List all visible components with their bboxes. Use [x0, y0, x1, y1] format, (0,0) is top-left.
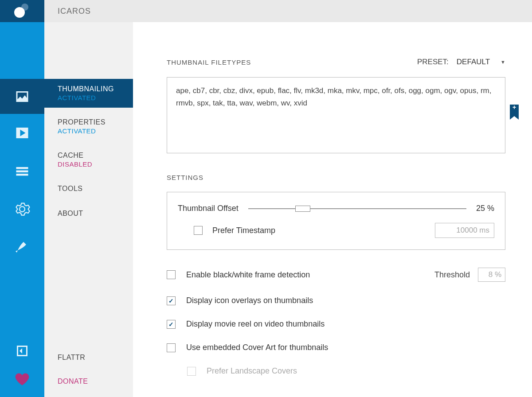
- timestamp-input[interactable]: 10000 ms: [435, 223, 494, 238]
- bookmark-add-icon[interactable]: +: [510, 105, 519, 116]
- landscape-covers-label: Prefer Landscape Covers: [207, 366, 297, 376]
- sidebar-item-donate[interactable]: DONATE: [44, 370, 133, 393]
- slider-thumb[interactable]: [295, 206, 310, 212]
- landscape-covers-checkbox: [187, 367, 196, 376]
- sidebar-item-status: ACTIVATED: [58, 94, 133, 101]
- sidebar-item-thumbnailing[interactable]: THUMBNAILING ACTIVATED: [44, 79, 133, 108]
- offset-slider[interactable]: [248, 206, 466, 212]
- sidebar-item-label: FLATTR: [58, 354, 133, 362]
- rail-properties[interactable]: [0, 114, 44, 152]
- rail-cache[interactable]: [0, 152, 44, 190]
- rail-donate[interactable]: [0, 365, 44, 393]
- rail-tools[interactable]: [0, 190, 44, 228]
- sidebar-item-status: DISABLED: [58, 160, 133, 168]
- offset-value: 25 %: [476, 204, 494, 213]
- prefer-timestamp-checkbox[interactable]: [194, 226, 203, 235]
- preset-selector[interactable]: PRESET: DEFAULT ▼: [417, 58, 505, 66]
- heart-icon: [14, 371, 30, 387]
- sidebar-item-label: ABOUT: [58, 210, 133, 218]
- logo-box: [0, 0, 44, 22]
- bw-detection-label: Enable black/white frame detection: [186, 270, 310, 280]
- title-bar: ICAROS: [0, 0, 532, 22]
- threshold-label: Threshold: [434, 270, 470, 280]
- sidebar-item-properties[interactable]: PROPERTIES ACTIVATED: [44, 112, 133, 141]
- icon-overlays-label: Display icon overlays on thumbnails: [186, 296, 313, 305]
- play-icon: [14, 125, 30, 141]
- offset-label: Thumbnail Offset: [178, 204, 239, 213]
- sidebar-item-status: ACTIVATED: [58, 127, 133, 135]
- sidebar-item-tools[interactable]: TOOLS: [44, 179, 133, 199]
- sidebar-item-label: CACHE: [58, 152, 133, 160]
- bw-detection-checkbox[interactable]: [167, 270, 176, 279]
- flattr-icon: [14, 343, 30, 359]
- threshold-input[interactable]: 8 %: [478, 268, 505, 282]
- sidebar: THUMBNAILING ACTIVATED PROPERTIES ACTIVA…: [44, 22, 133, 397]
- movie-reel-label: Display movie reel on video thumbnails: [186, 319, 325, 329]
- sidebar-item-label: THUMBNAILING: [58, 85, 133, 93]
- stack-icon: [14, 163, 30, 179]
- chevron-down-icon: ▼: [501, 59, 505, 65]
- cover-art-label: Use embedded Cover Art for thumbnails: [186, 343, 328, 352]
- filetypes-title: THUMBNAIL FILETYPES: [167, 58, 251, 66]
- rail-about[interactable]: [0, 228, 44, 266]
- sidebar-item-label: PROPERTIES: [58, 118, 133, 126]
- movie-reel-checkbox[interactable]: ✓: [167, 320, 176, 329]
- icon-rail: [0, 22, 44, 397]
- icon-overlays-checkbox[interactable]: ✓: [167, 296, 176, 305]
- settings-title: SETTINGS: [167, 174, 505, 181]
- sidebar-item-flattr[interactable]: FLATTR: [44, 346, 133, 370]
- app-title: ICAROS: [58, 7, 91, 16]
- rail-thumbnailing[interactable]: [0, 79, 44, 114]
- prefer-timestamp-label: Prefer Timestamp: [212, 226, 275, 235]
- offset-panel: Thumbnail Offset 25 % Prefer Timestamp 1…: [167, 192, 505, 250]
- filetypes-text: ape, cb7, cbr, cbz, divx, epub, flac, fl…: [176, 86, 491, 107]
- logo-dot-big: [14, 7, 25, 18]
- sidebar-item-label: DONATE: [58, 378, 133, 385]
- gear-icon: [14, 201, 30, 217]
- image-icon: [14, 89, 30, 105]
- preset-value: DEFAULT: [457, 58, 490, 66]
- main-content: THUMBNAIL FILETYPES PRESET: DEFAULT ▼ ap…: [133, 22, 532, 397]
- preset-label: PRESET:: [417, 58, 449, 66]
- pen-icon: [14, 239, 30, 255]
- sidebar-item-cache[interactable]: CACHE DISABLED: [44, 145, 133, 174]
- sidebar-item-label: TOOLS: [58, 185, 133, 193]
- slider-track: [248, 208, 466, 209]
- cover-art-checkbox[interactable]: [167, 343, 176, 352]
- filetypes-textbox[interactable]: ape, cb7, cbr, cbz, divx, epub, flac, fl…: [167, 77, 505, 153]
- rail-flattr[interactable]: [0, 337, 44, 365]
- sidebar-item-about[interactable]: ABOUT: [44, 203, 133, 224]
